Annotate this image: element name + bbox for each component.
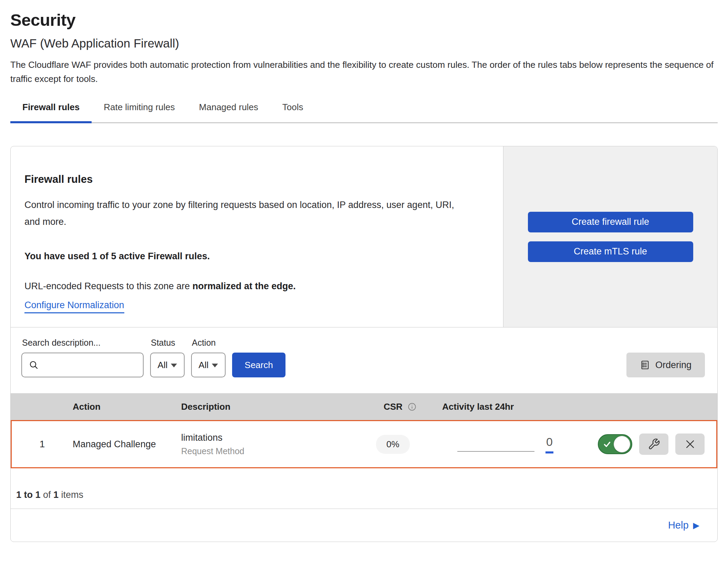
- rule-controls: [581, 434, 716, 455]
- help-row: Help ▶: [11, 509, 717, 542]
- status-label: Status: [151, 338, 185, 348]
- firewall-rules-card: Firewall rules Control incoming traffic …: [10, 146, 718, 542]
- check-icon: [603, 440, 612, 450]
- rule-priority: 1: [12, 439, 73, 450]
- search-button[interactable]: Search: [232, 353, 285, 377]
- search-icon: [28, 359, 39, 370]
- tab-firewall-rules[interactable]: Firewall rules: [10, 102, 92, 122]
- pagination-of: of: [41, 490, 54, 500]
- edit-rule-button[interactable]: [639, 434, 668, 455]
- column-header-action: Action: [73, 401, 181, 412]
- pagination-summary: 1 to 1 of 1 items: [11, 468, 717, 509]
- status-dropdown[interactable]: All: [150, 353, 185, 377]
- action-dropdown-value: All: [199, 360, 209, 370]
- page-subtitle: WAF (Web Application Firewall): [10, 36, 718, 50]
- close-icon: [684, 438, 696, 450]
- help-link-label: Help: [668, 520, 689, 531]
- pagination-range: 1 to 1: [16, 490, 41, 500]
- toggle-knob: [614, 436, 630, 452]
- tab-tools[interactable]: Tools: [270, 102, 315, 122]
- ordering-button[interactable]: Ordering: [626, 353, 705, 377]
- csr-header-label: CSR: [384, 401, 403, 412]
- configure-normalization-link[interactable]: Configure Normalization: [24, 300, 124, 313]
- status-group: Status All: [150, 338, 185, 377]
- chevron-down-icon: [212, 364, 218, 367]
- search-input[interactable]: [42, 355, 143, 375]
- usage-text: You have used 1 of 5 active Firewall rul…: [24, 251, 482, 262]
- help-link[interactable]: Help ▶: [668, 520, 699, 531]
- status-dropdown-value: All: [158, 360, 168, 370]
- filter-bar: Search description... Status All: [11, 327, 717, 393]
- column-header-csr: CSR: [360, 401, 436, 412]
- rule-csr-cell: 0%: [360, 435, 436, 454]
- tab-managed-rules[interactable]: Managed rules: [187, 102, 270, 122]
- rule-description-sub: Request Method: [181, 446, 360, 456]
- firewall-rules-summary: Firewall rules Control incoming traffic …: [11, 146, 717, 327]
- rule-description: limitations: [181, 432, 360, 443]
- info-icon[interactable]: [407, 402, 417, 411]
- activity-sparkline: [457, 451, 534, 452]
- ordering-button-label: Ordering: [655, 360, 691, 370]
- action-label: Action: [192, 338, 226, 348]
- filter-controls: Search description... Status All: [21, 338, 285, 377]
- waf-tabs: Firewall rules Rate limiting rules Manag…: [10, 102, 718, 123]
- firewall-rule-row: 1 Managed Challenge limitations Request …: [11, 420, 717, 468]
- action-dropdown[interactable]: All: [191, 353, 226, 377]
- normalization-text: URL-encoded Requests to this zone are no…: [24, 281, 482, 292]
- help-arrow-icon: ▶: [693, 521, 699, 530]
- column-header-activity: Activity last 24hr: [436, 401, 581, 412]
- wrench-icon: [648, 438, 660, 450]
- column-header-description: Description: [181, 401, 360, 412]
- security-waf-page: Security WAF (Web Application Firewall) …: [0, 0, 728, 542]
- normalization-text-plain: URL-encoded Requests to this zone are: [24, 281, 193, 291]
- ordering-list-icon: [640, 360, 650, 370]
- activity-count-link[interactable]: 0: [545, 435, 553, 453]
- normalization-text-bold: normalized at the edge.: [193, 281, 296, 291]
- page-title: Security: [10, 10, 718, 30]
- rule-description-cell: limitations Request Method: [181, 432, 360, 456]
- pagination-total: 1: [53, 490, 59, 500]
- page-description: The Cloudflare WAF provides both automat…: [10, 58, 717, 86]
- csr-badge: 0%: [376, 435, 410, 454]
- delete-rule-button[interactable]: [675, 434, 705, 455]
- pagination-items: items: [59, 490, 83, 500]
- action-group: Action All: [191, 338, 226, 377]
- card-heading: Firewall rules: [24, 173, 482, 186]
- rule-action: Managed Challenge: [73, 439, 181, 450]
- create-rule-panel: Create firewall rule Create mTLS rule: [503, 146, 717, 327]
- create-firewall-rule-button[interactable]: Create firewall rule: [528, 212, 693, 232]
- table-header: Action Description CSR Activity last 24h…: [11, 393, 717, 420]
- chevron-down-icon: [171, 364, 177, 367]
- search-group: Search description...: [21, 338, 144, 377]
- card-description: Control incoming traffic to your zone by…: [24, 197, 458, 230]
- search-label: Search description...: [22, 338, 144, 348]
- firewall-rules-info: Firewall rules Control incoming traffic …: [11, 146, 503, 327]
- rule-activity-cell: 0: [436, 435, 581, 453]
- search-box: [21, 353, 144, 377]
- create-mtls-rule-button[interactable]: Create mTLS rule: [528, 241, 693, 262]
- tab-rate-limiting-rules[interactable]: Rate limiting rules: [92, 102, 187, 122]
- rule-enabled-toggle[interactable]: [598, 434, 632, 454]
